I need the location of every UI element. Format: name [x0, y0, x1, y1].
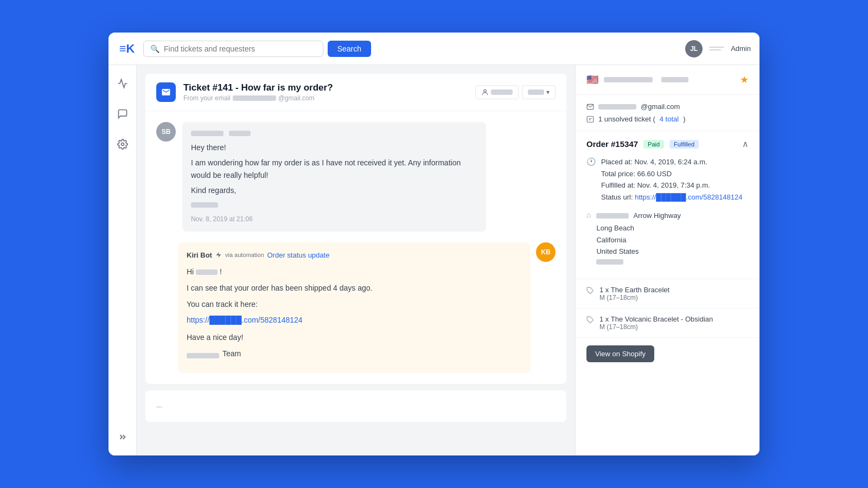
rp-ticket-row: 1 unsolved ticket ( 4 total )	[586, 115, 749, 123]
total-close: )	[683, 115, 685, 123]
fulfilled-badge: Fulfilled	[669, 140, 699, 149]
sidebar-icon-expand[interactable]	[113, 427, 132, 447]
message-body: I am wondering how far my order is as I …	[191, 157, 477, 181]
search-bar: 🔍 Search	[143, 41, 371, 57]
zip-blur	[596, 259, 623, 265]
search-input-wrapper: 🔍	[143, 41, 323, 57]
status-btn[interactable]: ▾	[522, 85, 556, 99]
bot-bubble: Kiri Bot via automation Order status upd…	[178, 242, 531, 373]
message-greeting: Hey there!	[191, 142, 477, 153]
bot-greeting: Hi !	[187, 266, 522, 278]
product-1-name: 1 x The Earth Bracelet	[599, 286, 669, 294]
product-row-1: 1 x The Earth Bracelet M (17–18cm)	[576, 279, 760, 309]
rp-customer-header: 🇺🇸 ★	[576, 65, 760, 95]
customer-name-blur-2	[661, 77, 688, 82]
ticket-email-icon	[156, 82, 176, 102]
rp-email-domain: @gmail.com	[641, 102, 680, 111]
address-state: California	[596, 235, 749, 246]
from-domain: @gmail.com	[278, 94, 315, 102]
order-address-row: ⌂ Arrow Highway Long Beach California Un…	[586, 210, 749, 265]
chevron-down-icon: ▾	[546, 88, 550, 96]
total-tickets-link[interactable]: 4 total	[660, 115, 679, 123]
team-name-blur	[187, 353, 219, 358]
product-1-info: 1 x The Earth Bracelet M (17–18cm)	[599, 286, 669, 301]
rp-email-blur	[598, 104, 636, 110]
main-content: Ticket #141 - How far is my order? From …	[137, 65, 575, 455]
status-url-link[interactable]: https://██████.com/5828148124	[635, 193, 742, 201]
product-icon-1	[586, 287, 594, 294]
message-closing: Kind regards,	[191, 184, 477, 196]
ticket-actions: ▾	[475, 85, 556, 99]
home-icon: ⌂	[586, 210, 591, 219]
admin-label: Admin	[731, 44, 751, 53]
address-content: Arrow Highway Long Beach California Unit…	[596, 210, 749, 265]
sidebar-icon-activity[interactable]	[113, 74, 132, 93]
ticket-icon-small	[586, 115, 594, 123]
status-url-prefix: Status url:	[601, 193, 633, 201]
order-header: Order #15347 Paid Fulfilled ∧	[586, 139, 749, 149]
svg-point-1	[484, 89, 487, 92]
header: ≡K 🔍 Search JL Admin	[108, 33, 760, 65]
messages-area: SB Hey there! I am wondering how far my …	[145, 111, 566, 384]
unsolved-label: 1 unsolved ticket (	[598, 115, 655, 123]
header-menu-lines	[709, 47, 724, 50]
assign-btn[interactable]	[475, 85, 519, 99]
product-1-size: M (17–18cm)	[599, 294, 669, 301]
order-number: Order #15347	[586, 139, 638, 149]
order-detail-content: Placed at: Nov. 4, 2019, 6:24 a.m. Total…	[601, 157, 749, 203]
address-name-blur	[596, 213, 629, 219]
clock-icon: 🕐	[586, 157, 596, 166]
sidebar-icon-settings[interactable]	[113, 134, 132, 154]
product-2-name: 1 x The Volcanic Bracelet - Obsidian	[599, 315, 713, 323]
fulfilled-at: Fulfilled at: Nov. 4, 2019, 7:34 p.m.	[601, 180, 749, 191]
paid-badge: Paid	[643, 140, 664, 149]
sidebar	[108, 65, 137, 455]
ticket-from: From your email @gmail.com	[183, 94, 468, 102]
rp-customer-details: @gmail.com 1 unsolved ticket ( 4 total )	[576, 95, 760, 131]
ticket-title-group: Ticket #141 - How far is my order? From …	[183, 82, 468, 102]
customer-avatar: SB	[156, 122, 176, 142]
shopify-button[interactable]: View on Shopify	[586, 345, 654, 362]
bot-message-row: Kiri Bot via automation Order status upd…	[156, 242, 556, 373]
avatar: JL	[685, 40, 703, 57]
bot-header: Kiri Bot via automation Order status upd…	[187, 251, 522, 259]
star-icon: ★	[740, 74, 749, 86]
rp-email-row: @gmail.com	[586, 102, 749, 111]
shopify-btn-wrapper: View on Shopify	[576, 338, 760, 370]
signature-blur	[191, 202, 218, 208]
team-line: Team	[187, 348, 522, 364]
customer-message-row: SB Hey there! I am wondering how far my …	[156, 122, 556, 232]
menu-line-1	[709, 47, 724, 48]
status-blur	[528, 89, 544, 95]
tracking-url-link[interactable]: https://██████.com/5828148124	[187, 316, 303, 324]
sidebar-icon-chat[interactable]	[113, 104, 132, 124]
collapse-icon[interactable]: ∧	[742, 139, 749, 149]
email-icon	[586, 103, 594, 111]
message-time: Nov. 8, 2019 at 21:06	[191, 215, 477, 223]
order-status-link[interactable]: Order status update	[267, 251, 330, 259]
bot-line1: I can see that your order has been shipp…	[187, 282, 522, 294]
right-panel: 🇺🇸 ★ @gmail.com 1 unsolved ticket ( 4 to…	[575, 65, 760, 455]
sender-name-blur	[191, 131, 224, 136]
expand-button[interactable]: ···	[156, 402, 162, 410]
header-right: JL Admin	[685, 40, 751, 57]
from-email-blur	[233, 95, 276, 101]
ticket-header: Ticket #141 - How far is my order? From …	[145, 74, 566, 111]
customer-message-bubble: Hey there! I am wondering how far my ord…	[182, 122, 486, 232]
sender-role-blur	[229, 131, 251, 136]
search-button[interactable]: Search	[328, 41, 371, 57]
product-2-size: M (17–18cm)	[599, 323, 713, 331]
product-row-2: 1 x The Volcanic Bracelet - Obsidian M (…	[576, 309, 760, 338]
sender-line	[191, 131, 477, 136]
flag-icon: 🇺🇸	[586, 74, 598, 86]
ticket-card-2: ···	[145, 390, 566, 422]
automation-label: via automation	[225, 252, 264, 258]
customer-name-blur-1	[604, 77, 653, 82]
svg-point-0	[121, 143, 124, 146]
bot-farewell: Have a nice day!	[187, 331, 522, 343]
assignee-blur	[491, 89, 513, 95]
search-input[interactable]	[164, 44, 316, 53]
svg-rect-3	[587, 116, 593, 122]
menu-line-2	[709, 49, 721, 50]
ticket-title: Ticket #141 - How far is my order?	[183, 82, 468, 93]
